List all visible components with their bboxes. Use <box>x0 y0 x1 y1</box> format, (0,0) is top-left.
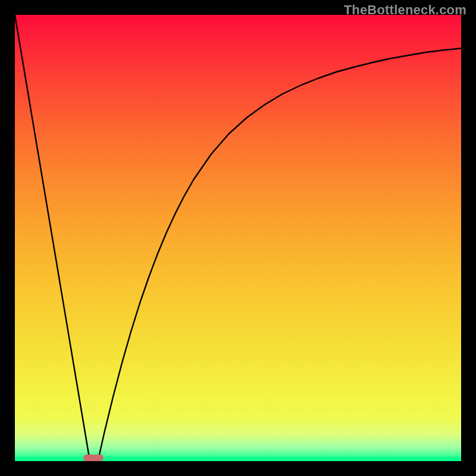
curve-right-branch <box>98 48 462 461</box>
plot-area <box>15 15 461 461</box>
watermark-text: TheBottleneck.com <box>344 2 466 18</box>
curve-left-branch <box>15 15 90 461</box>
chart-frame: TheBottleneck.com <box>0 0 476 476</box>
datum-marker <box>83 455 104 461</box>
curve-svg <box>15 15 461 461</box>
